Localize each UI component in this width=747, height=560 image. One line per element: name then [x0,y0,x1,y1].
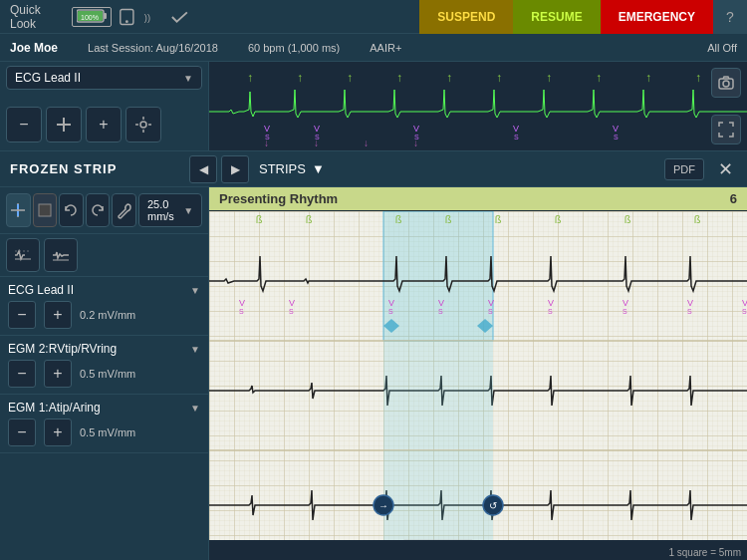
svg-text:ß: ß [395,213,402,225]
help-button[interactable]: ? [713,0,747,34]
svg-point-9 [140,122,146,128]
ch3-minus-btn[interactable]: − [8,419,36,446]
svg-text:↑: ↑ [347,71,353,85]
ecg-grid-container: ß ß ß ß ß ß ß ß V S V S V S V S V [209,211,747,540]
svg-rect-84 [383,341,493,450]
ecg-minus-btn[interactable]: − [6,107,42,142]
channel-3-controls: − + 0.5 mV/mm [8,419,200,446]
tool-wave2-btn[interactable] [44,238,78,272]
svg-text:V: V [622,298,628,308]
ecg-plus-btn[interactable]: + [86,107,122,142]
ecg-settings-btn[interactable] [125,107,161,142]
svg-text:↓: ↓ [314,138,319,148]
svg-text:V: V [613,124,619,134]
svg-text:S: S [622,308,627,315]
tool-wave1-btn[interactable] [6,238,40,272]
ch2-scale: 0.5 mV/mm [80,368,135,380]
svg-text:V: V [513,124,519,134]
close-btn[interactable]: ✕ [714,158,737,180]
svg-text:↺: ↺ [489,500,497,511]
ch2-plus-btn[interactable]: + [44,360,72,388]
svg-text:↑: ↑ [446,71,452,85]
svg-text:ß: ß [445,213,452,225]
svg-point-5 [125,20,128,23]
svg-text:↑: ↑ [546,71,552,85]
svg-text:100%: 100% [81,14,99,21]
scale-label: 1 square = 5mm [668,547,741,558]
top-bar: Quick Look 100% )) SUSPEND RESUME EMERGE… [0,0,747,34]
frozen-label: FROZEN STRIP [10,161,179,176]
svg-text:ß: ß [624,213,631,225]
channel-1-controls: − + 0.2 mV/mm [8,301,200,329]
strips-dropdown[interactable]: STRIPS ▼ [259,161,325,176]
lead-dropdown[interactable]: ECG Lead II ▼ [6,66,202,90]
tool-square-btn[interactable] [33,193,58,227]
svg-rect-54 [383,211,493,341]
ch3-plus-btn[interactable]: + [44,419,72,446]
nav-prev-btn[interactable]: ◀ [189,155,217,183]
signal-icon: )) [142,9,164,25]
channel-2-arrow: ▼ [190,344,200,355]
strips-arrow: ▼ [312,161,325,176]
svg-text:V: V [687,298,693,308]
ecg-top-section: ECG Lead II ▼ − + [0,62,747,151]
svg-text:↓: ↓ [364,138,369,148]
svg-text:V: V [289,298,295,308]
svg-text:S: S [438,308,443,315]
channel-3-name: EGM 1:Atip/Aring [8,401,101,415]
pdf-btn[interactable]: PDF [664,158,704,180]
svg-text:ß: ß [694,213,701,225]
frozen-nav-btns: ◀ ▶ [189,155,249,183]
lead-dropdown-arrow: ▼ [183,73,193,84]
svg-point-42 [723,81,729,87]
channel-1-header[interactable]: ECG Lead II ▼ [8,283,200,297]
svg-rect-86 [383,450,493,540]
svg-text:ß: ß [256,213,263,225]
ch2-minus-btn[interactable]: − [8,360,36,388]
svg-text:S: S [388,308,393,315]
ch1-plus-btn[interactable]: + [44,301,72,329]
tool-redo-btn[interactable] [86,193,111,227]
svg-text:)): )) [144,12,150,22]
channel-1-section: ECG Lead II ▼ − + 0.2 mV/mm [0,277,208,336]
channel-2-name: EGM 2:RVtip/RVring [8,342,117,356]
ecg-main-svg: ß ß ß ß ß ß ß ß V S V S V S V S V [209,211,747,540]
channel-2-section: EGM 2:RVtip/RVring ▼ − + 0.5 mV/mm [0,336,208,395]
speed-dropdown[interactable]: 25.0 mm/s ▼ [138,193,202,227]
svg-text:V: V [388,298,394,308]
tool-compass-btn[interactable] [6,193,31,227]
ecg-top-strip: V S V S V S V S V S V S ↑ ↑ ↑ ↑ ↑ ↑ ↑ ↑ … [209,62,747,150]
patient-alloff: All Off [707,42,737,54]
resume-button[interactable]: RESUME [513,0,600,34]
suspend-button[interactable]: SUSPEND [419,0,513,34]
ecg-marker-btn[interactable] [46,107,82,142]
ch1-minus-btn[interactable]: − [8,301,36,329]
svg-text:↑: ↑ [645,71,651,85]
strips-label: STRIPS [259,161,306,176]
ch1-scale: 0.2 mV/mm [80,309,135,321]
svg-text:→: → [378,500,388,511]
svg-text:V: V [742,298,747,308]
svg-text:S: S [488,308,493,315]
svg-text:V: V [438,298,444,308]
camera-btn[interactable] [711,68,741,98]
svg-rect-14 [209,62,747,150]
top-bar-left: Quick Look 100% )) [0,3,199,31]
channel-2-header[interactable]: EGM 2:RVtip/RVring ▼ [8,342,200,356]
check-icon [170,9,189,25]
nav-next-btn[interactable]: ▶ [221,155,249,183]
svg-text:V: V [239,298,245,308]
main-content: 25.0 mm/s ▼ ECG Lead II [0,187,747,560]
svg-text:V: V [548,298,554,308]
expand-btn[interactable] [711,115,741,144]
channel-3-header[interactable]: EGM 1:Atip/Aring ▼ [8,401,200,415]
svg-text:S: S [687,308,692,315]
patient-mode: AAIR+ [370,42,401,54]
svg-text:S: S [514,134,519,140]
svg-text:↑: ↑ [695,71,701,85]
tool-undo-btn[interactable] [59,193,84,227]
tool-wrench-btn[interactable] [112,193,136,227]
speed-arrow: ▼ [183,205,193,216]
emergency-button[interactable]: EMERGENCY [601,0,713,34]
svg-text:↑: ↑ [247,71,253,85]
